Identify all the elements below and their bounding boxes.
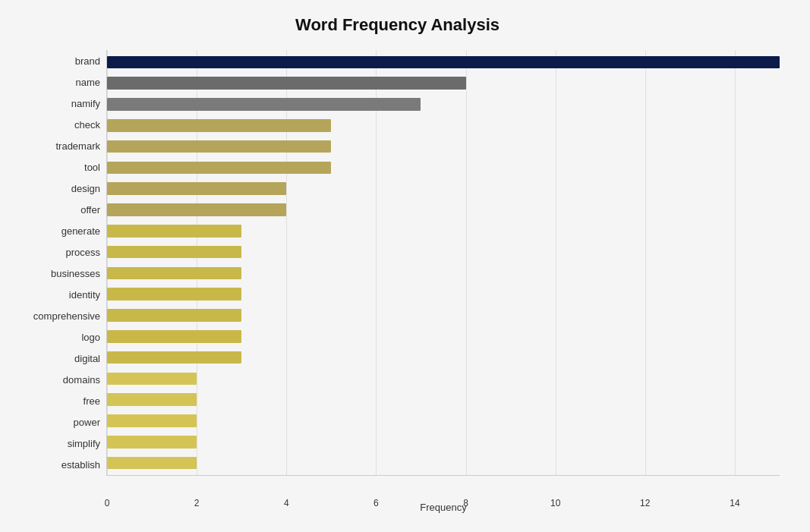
bar [107, 457, 197, 470]
bar-row [107, 200, 780, 221]
bar [107, 98, 421, 111]
bar [107, 414, 197, 427]
bar-row [107, 52, 780, 73]
y-label: establish [15, 460, 100, 470]
bar [107, 288, 241, 301]
bar-row [107, 94, 780, 115]
bar [107, 77, 466, 90]
bar [107, 203, 286, 216]
y-label: digital [15, 354, 100, 364]
bar-row [107, 263, 780, 284]
bar-row [107, 347, 780, 368]
x-tick-label: 0 [105, 498, 110, 508]
bar [107, 393, 197, 406]
y-label: tool [15, 162, 100, 172]
y-label: brand [15, 56, 100, 66]
bar [107, 162, 331, 175]
bar [107, 351, 241, 364]
bar [107, 373, 197, 386]
bar-row [107, 136, 780, 157]
y-label: design [15, 184, 100, 194]
y-label: logo [15, 332, 100, 342]
y-label: comprehensive [15, 311, 100, 321]
bar-row [107, 411, 780, 432]
y-label: simplify [15, 439, 100, 449]
x-tick-label: 10 [550, 498, 560, 508]
bar [107, 330, 241, 343]
x-tick-label: 14 [730, 498, 739, 508]
y-label: power [15, 417, 100, 427]
bar-row [107, 220, 780, 241]
bar [107, 225, 241, 238]
x-tick-label: 12 [640, 498, 650, 508]
chart-area: brandnamenamifychecktrademarktooldesigno… [15, 50, 780, 476]
y-label: check [15, 120, 100, 130]
y-label: name [15, 77, 100, 87]
x-axis-title: Frequency [420, 502, 466, 513]
bar-row [107, 115, 780, 136]
y-label: process [15, 247, 100, 257]
chart-container: Word Frequency Analysis brandnamenamifyc… [0, 0, 810, 532]
bar-row [107, 389, 780, 411]
y-label: businesses [15, 269, 100, 279]
bar [107, 267, 241, 280]
bar [107, 140, 331, 153]
bar-row [107, 368, 780, 389]
bar-row [107, 178, 780, 200]
bar [107, 309, 241, 322]
bar-row [107, 431, 780, 452]
x-tick-label: 6 [373, 498, 379, 508]
x-tick-label: 4 [284, 498, 289, 508]
bar-row [107, 284, 780, 305]
bar [107, 56, 780, 69]
y-label: free [15, 396, 100, 406]
bar [107, 246, 241, 259]
bar-row [107, 452, 780, 474]
y-label: trademark [15, 141, 100, 151]
bar [107, 119, 331, 132]
bar-row [107, 157, 780, 178]
y-label: namify [15, 99, 100, 109]
bar-row [107, 241, 780, 263]
y-label: identity [15, 290, 100, 300]
bar-row [107, 73, 780, 94]
bar [107, 182, 286, 195]
y-label: generate [15, 226, 100, 236]
bar-row [107, 305, 780, 326]
bar-row [107, 326, 780, 347]
y-axis-labels: brandnamenamifychecktrademarktooldesigno… [15, 50, 106, 476]
bars-container [107, 50, 780, 475]
y-label: domains [15, 375, 100, 385]
x-tick-label: 2 [194, 498, 200, 508]
bar [107, 436, 197, 449]
plot-area: 02468101214 Frequency [106, 50, 780, 476]
chart-title: Word Frequency Analysis [15, 15, 780, 35]
y-label: offer [15, 205, 100, 215]
